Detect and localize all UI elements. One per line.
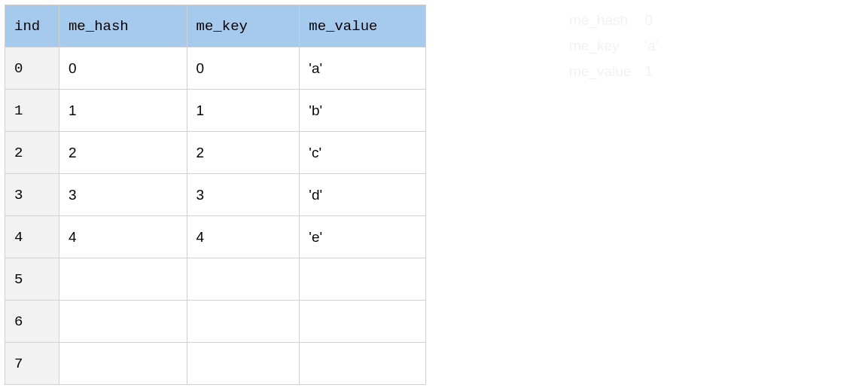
detail-value-hash: 0 <box>644 8 672 33</box>
cell-ind: 0 <box>5 47 59 90</box>
cell-hash <box>59 301 187 343</box>
cell-key <box>187 301 300 343</box>
cell-value: 'd' <box>300 174 426 216</box>
table-row: 1 1 1 'b' <box>5 90 426 132</box>
table-header-row: ind me_hash me_key me_value <box>5 5 426 47</box>
table-row: 6 <box>5 301 426 343</box>
cell-value <box>300 258 426 301</box>
cell-value: 'c' <box>300 132 426 174</box>
table-row: 2 2 2 'c' <box>5 132 426 174</box>
cell-ind: 3 <box>5 174 59 216</box>
hash-table: ind me_hash me_key me_value 0 0 0 'a' 1 … <box>5 5 426 385</box>
cell-hash: 2 <box>59 132 187 174</box>
table-row: 4 4 4 'e' <box>5 216 426 258</box>
cell-key <box>187 343 300 385</box>
cell-value <box>300 343 426 385</box>
detail-label-key: me_key <box>569 33 644 59</box>
cell-value: 'b' <box>300 90 426 132</box>
cell-key: 3 <box>187 174 300 216</box>
cell-key: 2 <box>187 132 300 174</box>
detail-row: me_key 'a' <box>569 33 672 59</box>
cell-key: 4 <box>187 216 300 258</box>
entry-detail-panel: me_hash 0 me_key 'a' me_value 1 <box>569 8 672 385</box>
table-row: 7 <box>5 343 426 385</box>
cell-ind: 7 <box>5 343 59 385</box>
cell-key <box>187 258 300 301</box>
entry-detail-table: me_hash 0 me_key 'a' me_value 1 <box>569 8 672 84</box>
detail-value-key: 'a' <box>644 33 672 59</box>
table-row: 3 3 3 'd' <box>5 174 426 216</box>
cell-hash <box>59 258 187 301</box>
cell-value: 'e' <box>300 216 426 258</box>
cell-key: 1 <box>187 90 300 132</box>
cell-ind: 2 <box>5 132 59 174</box>
cell-hash: 0 <box>59 47 187 90</box>
cell-ind: 6 <box>5 301 59 343</box>
cell-value <box>300 301 426 343</box>
detail-row: me_hash 0 <box>569 8 672 33</box>
table-row: 5 <box>5 258 426 301</box>
detail-label-hash: me_hash <box>569 8 644 33</box>
cell-hash: 4 <box>59 216 187 258</box>
cell-hash <box>59 343 187 385</box>
detail-label-value: me_value <box>569 59 644 84</box>
header-ind: ind <box>5 5 59 47</box>
cell-key: 0 <box>187 47 300 90</box>
cell-hash: 3 <box>59 174 187 216</box>
detail-value-value: 1 <box>644 59 672 84</box>
cell-ind: 4 <box>5 216 59 258</box>
header-hash: me_hash <box>59 5 187 47</box>
cell-hash: 1 <box>59 90 187 132</box>
table-row: 0 0 0 'a' <box>5 47 426 90</box>
header-value: me_value <box>300 5 426 47</box>
cell-ind: 5 <box>5 258 59 301</box>
detail-row: me_value 1 <box>569 59 672 84</box>
header-key: me_key <box>187 5 300 47</box>
cell-value: 'a' <box>300 47 426 90</box>
cell-ind: 1 <box>5 90 59 132</box>
